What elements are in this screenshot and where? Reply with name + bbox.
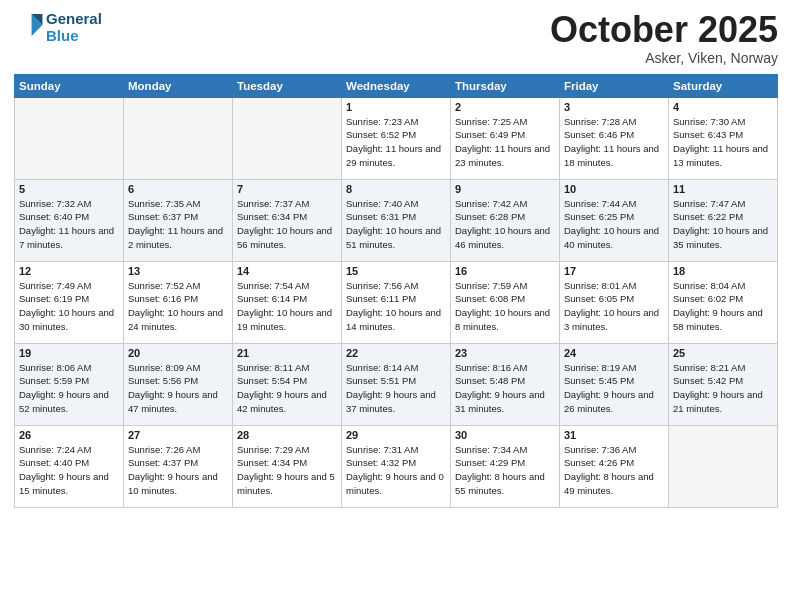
sunset-label: Sunset: 6:28 PM <box>455 211 525 222</box>
day-cell: 26 Sunrise: 7:24 AM Sunset: 4:40 PM Dayl… <box>15 425 124 507</box>
day-number: 15 <box>346 265 446 277</box>
sunset-label: Sunset: 6:02 PM <box>673 293 743 304</box>
sunset-label: Sunset: 6:52 PM <box>346 129 416 140</box>
day-number: 2 <box>455 101 555 113</box>
day-info: Sunrise: 7:31 AM Sunset: 4:32 PM Dayligh… <box>346 443 446 498</box>
header-tuesday: Tuesday <box>233 74 342 97</box>
sunset-label: Sunset: 5:54 PM <box>237 375 307 386</box>
header-friday: Friday <box>560 74 669 97</box>
day-number: 14 <box>237 265 337 277</box>
day-cell: 8 Sunrise: 7:40 AM Sunset: 6:31 PM Dayli… <box>342 179 451 261</box>
logo: General Blue <box>14 10 102 45</box>
sunrise-label: Sunrise: 7:34 AM <box>455 444 527 455</box>
sunrise-label: Sunrise: 7:36 AM <box>564 444 636 455</box>
day-info: Sunrise: 7:47 AM Sunset: 6:22 PM Dayligh… <box>673 197 773 252</box>
sunset-label: Sunset: 6:19 PM <box>19 293 89 304</box>
day-info: Sunrise: 7:25 AM Sunset: 6:49 PM Dayligh… <box>455 115 555 170</box>
sunrise-label: Sunrise: 7:56 AM <box>346 280 418 291</box>
daylight-label: Daylight: 9 hours and 0 minutes. <box>346 471 444 496</box>
day-number: 31 <box>564 429 664 441</box>
day-cell: 29 Sunrise: 7:31 AM Sunset: 4:32 PM Dayl… <box>342 425 451 507</box>
day-number: 18 <box>673 265 773 277</box>
page-container: General Blue October 2025 Asker, Viken, … <box>0 0 792 516</box>
sunrise-label: Sunrise: 7:31 AM <box>346 444 418 455</box>
sunrise-label: Sunrise: 7:30 AM <box>673 116 745 127</box>
day-cell: 18 Sunrise: 8:04 AM Sunset: 6:02 PM Dayl… <box>669 261 778 343</box>
logo-line1: General <box>46 10 102 27</box>
sunrise-label: Sunrise: 8:21 AM <box>673 362 745 373</box>
sunset-label: Sunset: 5:59 PM <box>19 375 89 386</box>
daylight-label: Daylight: 9 hours and 52 minutes. <box>19 389 109 414</box>
sunrise-label: Sunrise: 7:37 AM <box>237 198 309 209</box>
sunrise-label: Sunrise: 7:35 AM <box>128 198 200 209</box>
day-cell <box>233 97 342 179</box>
daylight-label: Daylight: 10 hours and 40 minutes. <box>564 225 659 250</box>
day-cell <box>669 425 778 507</box>
header-row: Sunday Monday Tuesday Wednesday Thursday… <box>15 74 778 97</box>
day-cell: 25 Sunrise: 8:21 AM Sunset: 5:42 PM Dayl… <box>669 343 778 425</box>
sunset-label: Sunset: 4:37 PM <box>128 457 198 468</box>
day-info: Sunrise: 8:19 AM Sunset: 5:45 PM Dayligh… <box>564 361 664 416</box>
day-cell: 13 Sunrise: 7:52 AM Sunset: 6:16 PM Dayl… <box>124 261 233 343</box>
sunrise-label: Sunrise: 7:23 AM <box>346 116 418 127</box>
sunset-label: Sunset: 6:49 PM <box>455 129 525 140</box>
day-number: 17 <box>564 265 664 277</box>
header-sunday: Sunday <box>15 74 124 97</box>
sunset-label: Sunset: 5:45 PM <box>564 375 634 386</box>
sunset-label: Sunset: 6:08 PM <box>455 293 525 304</box>
day-cell: 6 Sunrise: 7:35 AM Sunset: 6:37 PM Dayli… <box>124 179 233 261</box>
day-info: Sunrise: 7:26 AM Sunset: 4:37 PM Dayligh… <box>128 443 228 498</box>
day-number: 23 <box>455 347 555 359</box>
day-cell: 31 Sunrise: 7:36 AM Sunset: 4:26 PM Dayl… <box>560 425 669 507</box>
day-cell: 14 Sunrise: 7:54 AM Sunset: 6:14 PM Dayl… <box>233 261 342 343</box>
sunset-label: Sunset: 5:51 PM <box>346 375 416 386</box>
day-number: 29 <box>346 429 446 441</box>
daylight-label: Daylight: 9 hours and 5 minutes. <box>237 471 335 496</box>
day-info: Sunrise: 7:29 AM Sunset: 4:34 PM Dayligh… <box>237 443 337 498</box>
daylight-label: Daylight: 10 hours and 56 minutes. <box>237 225 332 250</box>
day-info: Sunrise: 7:59 AM Sunset: 6:08 PM Dayligh… <box>455 279 555 334</box>
sunrise-label: Sunrise: 7:26 AM <box>128 444 200 455</box>
day-cell: 23 Sunrise: 8:16 AM Sunset: 5:48 PM Dayl… <box>451 343 560 425</box>
day-number: 4 <box>673 101 773 113</box>
sunset-label: Sunset: 4:29 PM <box>455 457 525 468</box>
day-info: Sunrise: 7:30 AM Sunset: 6:43 PM Dayligh… <box>673 115 773 170</box>
sunset-label: Sunset: 6:05 PM <box>564 293 634 304</box>
daylight-label: Daylight: 9 hours and 21 minutes. <box>673 389 763 414</box>
week-row-3: 12 Sunrise: 7:49 AM Sunset: 6:19 PM Dayl… <box>15 261 778 343</box>
day-number: 5 <box>19 183 119 195</box>
daylight-label: Daylight: 9 hours and 31 minutes. <box>455 389 545 414</box>
sunset-label: Sunset: 6:11 PM <box>346 293 416 304</box>
daylight-label: Daylight: 10 hours and 30 minutes. <box>19 307 114 332</box>
logo-line2: Blue <box>46 27 102 44</box>
daylight-label: Daylight: 9 hours and 15 minutes. <box>19 471 109 496</box>
daylight-label: Daylight: 11 hours and 2 minutes. <box>128 225 223 250</box>
day-cell: 15 Sunrise: 7:56 AM Sunset: 6:11 PM Dayl… <box>342 261 451 343</box>
day-cell: 27 Sunrise: 7:26 AM Sunset: 4:37 PM Dayl… <box>124 425 233 507</box>
sunset-label: Sunset: 6:34 PM <box>237 211 307 222</box>
daylight-label: Daylight: 11 hours and 18 minutes. <box>564 143 659 168</box>
day-info: Sunrise: 7:23 AM Sunset: 6:52 PM Dayligh… <box>346 115 446 170</box>
daylight-label: Daylight: 10 hours and 19 minutes. <box>237 307 332 332</box>
sunrise-label: Sunrise: 7:54 AM <box>237 280 309 291</box>
header: General Blue October 2025 Asker, Viken, … <box>14 10 778 66</box>
day-cell: 21 Sunrise: 8:11 AM Sunset: 5:54 PM Dayl… <box>233 343 342 425</box>
day-number: 1 <box>346 101 446 113</box>
day-cell: 9 Sunrise: 7:42 AM Sunset: 6:28 PM Dayli… <box>451 179 560 261</box>
day-number: 9 <box>455 183 555 195</box>
day-info: Sunrise: 7:52 AM Sunset: 6:16 PM Dayligh… <box>128 279 228 334</box>
day-info: Sunrise: 7:35 AM Sunset: 6:37 PM Dayligh… <box>128 197 228 252</box>
day-cell: 28 Sunrise: 7:29 AM Sunset: 4:34 PM Dayl… <box>233 425 342 507</box>
day-number: 12 <box>19 265 119 277</box>
sunrise-label: Sunrise: 8:04 AM <box>673 280 745 291</box>
day-info: Sunrise: 7:40 AM Sunset: 6:31 PM Dayligh… <box>346 197 446 252</box>
day-info: Sunrise: 7:32 AM Sunset: 6:40 PM Dayligh… <box>19 197 119 252</box>
day-info: Sunrise: 7:42 AM Sunset: 6:28 PM Dayligh… <box>455 197 555 252</box>
week-row-4: 19 Sunrise: 8:06 AM Sunset: 5:59 PM Dayl… <box>15 343 778 425</box>
day-info: Sunrise: 7:37 AM Sunset: 6:34 PM Dayligh… <box>237 197 337 252</box>
day-number: 6 <box>128 183 228 195</box>
sunset-label: Sunset: 6:16 PM <box>128 293 198 304</box>
daylight-label: Daylight: 8 hours and 49 minutes. <box>564 471 654 496</box>
sunrise-label: Sunrise: 7:44 AM <box>564 198 636 209</box>
daylight-label: Daylight: 11 hours and 7 minutes. <box>19 225 114 250</box>
